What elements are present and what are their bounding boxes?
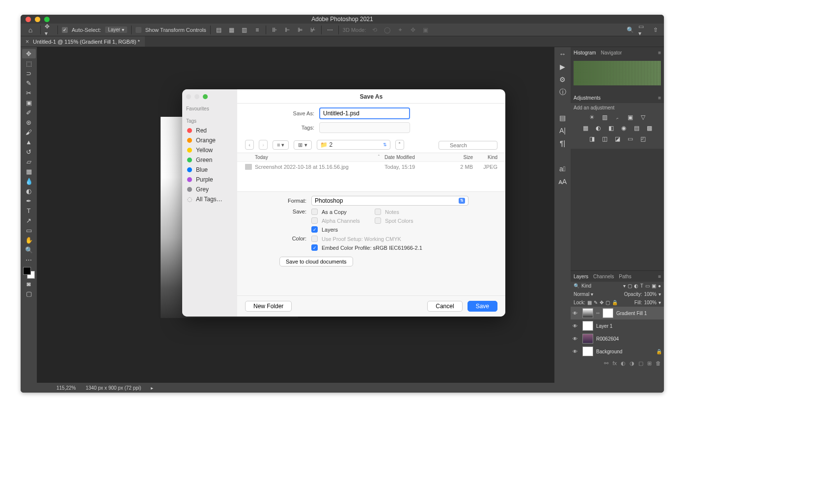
dialog-minimize-button[interactable]	[194, 94, 199, 99]
layer-thumbnail[interactable]	[582, 308, 593, 318]
lasso-tool[interactable]: ⊃	[22, 69, 36, 78]
adj-photo-filter-icon[interactable]: ◉	[620, 124, 628, 132]
adj-gradient-map-icon[interactable]: ▭	[626, 135, 634, 143]
ribbon-info-icon[interactable]: ⓘ	[558, 87, 568, 97]
lock-all-icon[interactable]: 🔒	[612, 300, 618, 305]
filter-shape-icon[interactable]: ▭	[645, 283, 650, 289]
distribute-2-icon[interactable]: ⊩	[283, 26, 292, 34]
lock-move-icon[interactable]: ✥	[600, 300, 604, 305]
blend-mode-select[interactable]: Normal ▾	[574, 292, 622, 297]
cancel-button[interactable]: Cancel	[427, 301, 462, 312]
nav-up-button[interactable]: ˆ	[395, 140, 404, 150]
adj-posterize-icon[interactable]: ◫	[601, 135, 608, 143]
ribbon-sliders-icon[interactable]: ⚙	[558, 75, 568, 84]
share-icon[interactable]: ⇧	[651, 26, 660, 34]
more-options-icon[interactable]: ⋯	[326, 26, 334, 34]
layer-mask-thumbnail[interactable]	[603, 308, 613, 318]
dodge-tool[interactable]: ◐	[22, 186, 36, 196]
ribbon-character-style-icon[interactable]: ᴀA	[558, 177, 568, 186]
filter-adjust-icon[interactable]: ◐	[634, 283, 638, 289]
ribbon-play-icon[interactable]: ▶	[558, 62, 568, 72]
eraser-tool[interactable]: ▱	[22, 157, 36, 166]
hand-tool[interactable]: ✋	[22, 236, 36, 245]
distribute-3-icon[interactable]: ⊫	[296, 26, 304, 34]
window-minimize-button[interactable]	[35, 17, 40, 22]
layer-thumbnail[interactable]	[582, 321, 593, 331]
dialog-close-button[interactable]	[186, 94, 191, 99]
layer-lock-icon[interactable]: 🔒	[656, 349, 662, 354]
layer-name[interactable]: R0062604	[596, 336, 619, 342]
nav-forward-button[interactable]: ›	[259, 140, 268, 150]
save-cloud-button[interactable]: Save to cloud documents	[279, 257, 353, 266]
layer-name[interactable]: Gradient Fill 1	[616, 311, 647, 316]
search-input[interactable]	[439, 141, 497, 150]
screenmode-tool[interactable]: ▢	[22, 289, 36, 298]
move-tool[interactable]: ✥	[22, 49, 36, 58]
document-tab[interactable]: × Untitled-1 @ 115% (Gradient Fill 1, RG…	[21, 36, 145, 47]
adj-vibrance-icon[interactable]: ▽	[639, 113, 647, 121]
edit-toolbar[interactable]: ⋯	[22, 255, 36, 265]
panel-menu-icon[interactable]: ≡	[658, 95, 661, 101]
tab-layers[interactable]: Layers	[574, 274, 588, 279]
foreground-color[interactable]	[23, 267, 31, 275]
nav-back-button[interactable]: ‹	[245, 140, 254, 150]
adj-invert-icon[interactable]: ◨	[588, 135, 596, 143]
adj-bw-icon[interactable]: ◧	[607, 124, 615, 132]
distribute-4-icon[interactable]: ⊬	[308, 26, 317, 34]
adj-curves-icon[interactable]: ⦧	[613, 113, 621, 121]
delete-layer-icon[interactable]: 🗑	[656, 360, 661, 366]
layer-fx-icon[interactable]: fx	[612, 360, 617, 366]
stamp-tool[interactable]: ▲	[22, 137, 36, 147]
save-button[interactable]: Save	[468, 301, 497, 312]
all-tags-item[interactable]: ◌ All Tags…	[186, 194, 233, 204]
add-mask-icon[interactable]: ◐	[621, 360, 626, 367]
file-list[interactable]: Screenshot 2022-10-18 at 15.16.56.jpg To…	[237, 162, 505, 191]
as-copy-checkbox[interactable]	[311, 209, 318, 215]
adj-hue-icon[interactable]: ▦	[581, 124, 589, 132]
opacity-value[interactable]: 100%	[644, 292, 657, 297]
align-more-icon[interactable]: ≡	[253, 26, 262, 34]
gradient-tool[interactable]: ▦	[22, 167, 36, 176]
document-dimensions[interactable]: 1340 px x 900 px (72 ppi)	[85, 385, 141, 391]
show-transform-checkbox[interactable]	[136, 27, 141, 33]
tab-channels[interactable]: Channels	[593, 274, 614, 279]
history-brush-tool[interactable]: ↺	[22, 147, 36, 157]
tag-red[interactable]: Red	[186, 126, 233, 135]
tab-paths[interactable]: Paths	[619, 274, 632, 279]
tag-green[interactable]: Green	[186, 155, 233, 165]
auto-select-checkbox[interactable]: ✓	[62, 27, 68, 33]
new-layer-icon[interactable]: ⊞	[647, 360, 652, 367]
adj-brightness-icon[interactable]: ☀	[588, 113, 596, 121]
tag-grey[interactable]: Grey	[186, 185, 233, 194]
move-tool-icon[interactable]: ✥ ▾	[45, 26, 54, 34]
home-button[interactable]: ⌂	[25, 24, 36, 36]
lock-pixels-icon[interactable]: ▦	[587, 300, 592, 305]
color-swatch[interactable]	[23, 267, 35, 279]
view-group-button[interactable]: ⊞ ▾	[294, 140, 311, 150]
layer-row[interactable]: 👁Background🔒	[571, 345, 664, 358]
adj-lookup-icon[interactable]: ▩	[645, 124, 653, 132]
col-size[interactable]: Size	[443, 155, 473, 160]
tab-close-button[interactable]: ×	[26, 38, 29, 45]
auto-select-target[interactable]: Layer ▾	[105, 27, 127, 33]
ribbon-expand-icon[interactable]: ↔	[558, 49, 568, 59]
healing-tool[interactable]: ⊛	[22, 118, 36, 127]
sort-indicator-icon[interactable]: ˆ	[378, 155, 380, 160]
view-list-button[interactable]: ≡ ▾	[273, 140, 289, 150]
filter-toggle[interactable]: ●	[658, 283, 661, 289]
layer-name[interactable]: Background	[596, 349, 622, 354]
lock-artboard-icon[interactable]: ▢	[605, 300, 610, 305]
path-tool[interactable]: ↗	[22, 216, 36, 225]
workspace-icon[interactable]: ▭ ▾	[638, 26, 647, 34]
search-icon[interactable]: 🔍	[626, 26, 634, 34]
type-tool[interactable]: T	[22, 206, 36, 215]
zoom-tool[interactable]: 🔍	[22, 245, 36, 255]
ribbon-character-icon[interactable]: A|	[558, 126, 568, 135]
align-right-icon[interactable]: ▥	[240, 26, 249, 34]
layer-name[interactable]: Layer 1	[596, 323, 612, 329]
new-folder-button[interactable]: New Folder	[245, 301, 292, 312]
layer-visibility-icon[interactable]: 👁	[573, 323, 579, 329]
tag-purple[interactable]: Purple	[186, 175, 233, 185]
adj-threshold-icon[interactable]: ◪	[613, 135, 621, 143]
ribbon-paragraph-icon[interactable]: ¶|	[558, 138, 568, 148]
